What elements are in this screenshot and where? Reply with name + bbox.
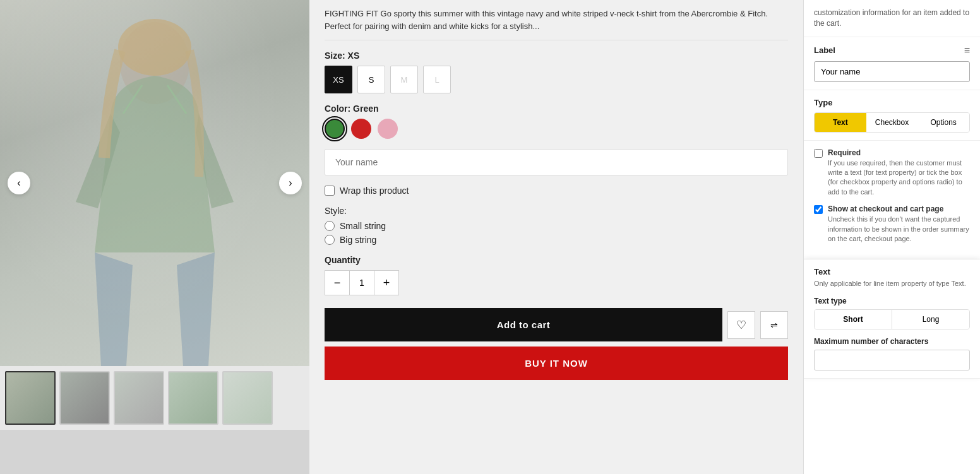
text-type-long-btn[interactable]: Long xyxy=(892,310,969,329)
required-label: Required xyxy=(828,148,970,157)
main-content: ‹ › FIGHTING FIT Go sporty this summer w… xyxy=(0,0,980,474)
size-label: Size: XS xyxy=(325,50,788,61)
settings-intro: customization information for an item ad… xyxy=(804,0,980,37)
thumbnail-3[interactable] xyxy=(114,371,164,425)
size-s[interactable]: S xyxy=(357,66,385,93)
required-row: Required If you use required, then the c… xyxy=(814,148,970,198)
image-panel: ‹ › xyxy=(0,0,309,474)
type-label: Type xyxy=(814,98,970,107)
quantity-decrease[interactable]: − xyxy=(325,271,349,295)
color-red[interactable] xyxy=(351,119,371,139)
style-big-string[interactable]: Big string xyxy=(325,235,788,245)
text-type-section: Text Only applicable for line item prope… xyxy=(804,259,980,378)
label-row: Label ≡ xyxy=(814,45,970,56)
color-options xyxy=(325,119,788,139)
buy-now-button[interactable]: BUY IT NOW xyxy=(325,347,788,380)
product-main-image: ‹ › xyxy=(0,0,309,366)
heart-icon: ♡ xyxy=(736,318,746,332)
svg-point-1 xyxy=(118,19,191,76)
max-chars-input[interactable] xyxy=(814,350,970,370)
style-section: Style: Small string Big string xyxy=(325,206,788,245)
thumbnail-5[interactable] xyxy=(222,371,273,425)
product-panel: FIGHTING FIT Go sporty this summer with … xyxy=(309,0,803,474)
thumbnail-2[interactable] xyxy=(59,371,110,425)
required-content: Required If you use required, then the c… xyxy=(828,148,970,198)
your-name-input[interactable] xyxy=(325,149,788,175)
customization-section xyxy=(325,149,788,175)
prev-image-button[interactable]: ‹ xyxy=(8,172,30,194)
type-checkbox-btn[interactable]: Checkbox xyxy=(866,113,918,132)
show-checkout-label: Show at checkout and cart page xyxy=(828,204,970,213)
action-buttons: Add to cart ♡ ⇌ xyxy=(325,308,788,341)
color-pink[interactable] xyxy=(378,119,398,139)
thumbnail-4[interactable] xyxy=(168,371,218,425)
product-description: FIGHTING FIT Go sporty this summer with … xyxy=(325,0,788,40)
wrap-label: Wrap this product xyxy=(340,186,409,196)
add-to-cart-button[interactable]: Add to cart xyxy=(325,308,722,341)
wishlist-button[interactable]: ♡ xyxy=(727,311,755,339)
type-options-btn[interactable]: Options xyxy=(917,113,969,132)
show-checkout-checkbox[interactable] xyxy=(814,205,823,214)
text-type-options: Short Long xyxy=(814,309,970,329)
size-l[interactable]: L xyxy=(423,66,451,93)
required-desc: If you use required, then the customer m… xyxy=(828,158,970,198)
size-selected: XS xyxy=(348,50,360,61)
required-checkbox[interactable] xyxy=(814,149,823,158)
text-type-short-btn[interactable]: Short xyxy=(815,310,892,329)
style-small-radio[interactable] xyxy=(325,221,335,231)
text-type-label: Text type xyxy=(814,297,970,305)
label-title: Label xyxy=(814,45,835,55)
style-label: Style: xyxy=(325,206,788,216)
style-small-label: Small string xyxy=(340,221,386,231)
size-m[interactable]: M xyxy=(390,66,418,93)
text-section-desc: Only applicable for line item property o… xyxy=(814,279,970,288)
quantity-section: Quantity − 1 + xyxy=(325,255,788,295)
max-chars-label: Maximum number of characters xyxy=(814,337,970,346)
quantity-input[interactable]: 1 xyxy=(349,271,374,295)
color-label: Color: Green xyxy=(325,104,788,114)
size-section: Size: XS XS S M L xyxy=(325,50,788,93)
style-big-label: Big string xyxy=(340,235,376,245)
thumbnail-strip xyxy=(0,366,309,430)
label-section: Label ≡ xyxy=(804,37,980,90)
label-icon: ≡ xyxy=(964,45,970,56)
type-options: Text Checkbox Options xyxy=(814,112,970,133)
color-section: Color: Green xyxy=(325,104,788,139)
size-options: XS S M L xyxy=(325,66,788,93)
color-selected: Green xyxy=(353,104,378,114)
share-icon: ⇌ xyxy=(770,320,778,330)
color-green[interactable] xyxy=(325,119,345,139)
type-text-btn[interactable]: Text xyxy=(815,113,866,132)
show-checkout-row: Show at checkout and cart page Uncheck t… xyxy=(814,204,970,244)
wrap-checkbox[interactable] xyxy=(325,186,335,196)
show-checkout-content: Show at checkout and cart page Uncheck t… xyxy=(828,204,970,244)
size-xs[interactable]: XS xyxy=(325,66,352,93)
thumbnail-1[interactable] xyxy=(5,371,56,425)
type-section: Type Text Checkbox Options xyxy=(804,90,980,141)
quantity-label: Quantity xyxy=(325,255,788,265)
text-section-title: Text xyxy=(814,267,970,276)
wrap-section: Wrap this product xyxy=(325,186,788,196)
settings-panel: customization information for an item ad… xyxy=(803,0,980,474)
label-input[interactable] xyxy=(814,61,970,82)
style-small-string[interactable]: Small string xyxy=(325,221,788,231)
share-button[interactable]: ⇌ xyxy=(760,311,788,339)
quantity-increase[interactable]: + xyxy=(374,271,398,295)
quantity-controls: − 1 + xyxy=(325,270,399,295)
show-checkout-desc: Uncheck this if you don't want the captu… xyxy=(828,215,970,244)
required-section: Required If you use required, then the c… xyxy=(804,141,980,260)
style-big-radio[interactable] xyxy=(325,235,335,245)
next-image-button[interactable]: › xyxy=(279,172,302,194)
